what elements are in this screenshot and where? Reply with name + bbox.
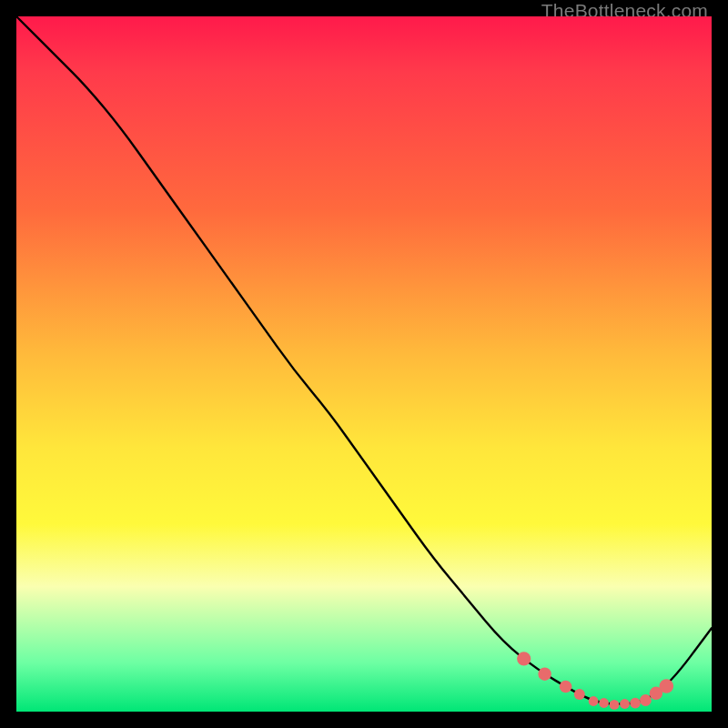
chart-svg — [16, 16, 712, 712]
marker-dot — [610, 700, 620, 710]
curve-markers — [517, 652, 673, 709]
curve-line — [16, 16, 712, 704]
marker-dot — [630, 698, 641, 709]
marker-dot — [620, 699, 630, 709]
marker-dot — [574, 689, 585, 700]
marker-dot — [560, 681, 572, 693]
marker-dot — [517, 652, 531, 665]
marker-dot — [589, 696, 599, 706]
marker-dot — [599, 698, 609, 708]
gradient-plot-area — [16, 16, 712, 712]
chart-stage: TheBottleneck.com — [0, 0, 728, 728]
marker-dot — [640, 694, 652, 706]
marker-dot — [538, 668, 551, 681]
marker-dot — [660, 679, 674, 693]
